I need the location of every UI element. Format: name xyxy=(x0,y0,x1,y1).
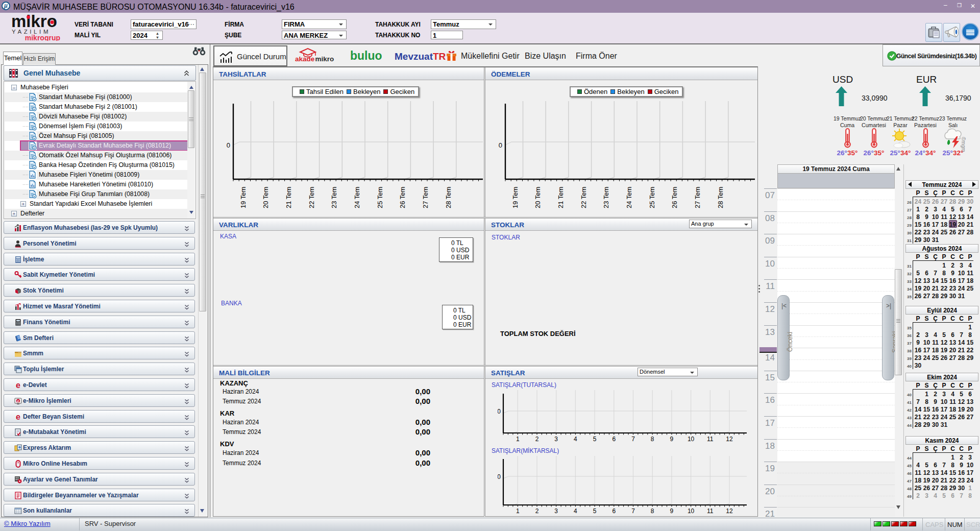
svg-text:0: 0 xyxy=(498,408,501,415)
svg-text:21 Tem: 21 Tem xyxy=(557,187,565,208)
svg-text:27 Tem: 27 Tem xyxy=(694,187,701,208)
svg-text:mikrogrup: mikrogrup xyxy=(25,34,60,41)
svg-text:e: e xyxy=(17,399,19,403)
svg-text:10: 10 xyxy=(688,508,695,515)
svg-text:9: 9 xyxy=(670,436,674,443)
svg-text:akade: akade xyxy=(295,55,315,63)
svg-text:25 Tem: 25 Tem xyxy=(648,187,656,208)
svg-text:23 Tem: 23 Tem xyxy=(602,187,610,208)
svg-text:3: 3 xyxy=(554,508,558,515)
svg-text:12: 12 xyxy=(726,436,733,443)
svg-text:6: 6 xyxy=(612,436,616,443)
svg-text:5: 5 xyxy=(593,436,597,443)
svg-text:e: e xyxy=(16,413,20,421)
svg-text:26 Tem: 26 Tem xyxy=(399,187,406,208)
svg-text:20 Tem: 20 Tem xyxy=(262,187,270,208)
svg-text:20 Tem: 20 Tem xyxy=(534,187,542,208)
svg-text:0: 0 xyxy=(498,473,501,480)
svg-text:24 Tem: 24 Tem xyxy=(625,187,633,208)
svg-text:19 Tem: 19 Tem xyxy=(511,187,519,208)
svg-text:24 Tem: 24 Tem xyxy=(353,187,361,208)
svg-text:1: 1 xyxy=(516,508,520,515)
svg-text:1: 1 xyxy=(516,436,520,443)
svg-text:8: 8 xyxy=(651,436,654,443)
svg-text:7: 7 xyxy=(631,436,635,443)
svg-text:28 Tem: 28 Tem xyxy=(445,187,452,208)
svg-text:5: 5 xyxy=(593,508,597,515)
svg-text:11: 11 xyxy=(707,436,714,443)
svg-text:22 Tem: 22 Tem xyxy=(580,187,587,208)
svg-text:2: 2 xyxy=(535,436,539,443)
svg-text:23 Tem: 23 Tem xyxy=(330,187,338,208)
svg-text:2: 2 xyxy=(535,508,539,515)
svg-text:4: 4 xyxy=(574,508,577,515)
svg-text:3: 3 xyxy=(554,436,558,443)
svg-text:mikro: mikro xyxy=(315,55,334,63)
svg-text:25 Tem: 25 Tem xyxy=(376,187,384,208)
svg-text:4: 4 xyxy=(574,436,577,443)
svg-text:11: 11 xyxy=(707,508,714,515)
svg-text:27 Tem: 27 Tem xyxy=(422,187,429,208)
svg-text:19 Tem: 19 Tem xyxy=(239,187,247,208)
svg-text:22 Tem: 22 Tem xyxy=(308,187,315,208)
svg-text:10: 10 xyxy=(688,436,695,443)
svg-text:26 Tem: 26 Tem xyxy=(671,187,678,208)
svg-text:7: 7 xyxy=(631,508,635,515)
svg-text:e: e xyxy=(16,381,20,389)
svg-text:6: 6 xyxy=(612,508,616,515)
svg-text:21 Tem: 21 Tem xyxy=(285,187,292,208)
svg-text:28 Tem: 28 Tem xyxy=(717,187,724,208)
svg-text:9: 9 xyxy=(670,508,674,515)
svg-text:0: 0 xyxy=(227,141,230,149)
svg-text:0: 0 xyxy=(499,141,502,149)
svg-text:12: 12 xyxy=(726,508,733,515)
svg-text:8: 8 xyxy=(651,508,654,515)
